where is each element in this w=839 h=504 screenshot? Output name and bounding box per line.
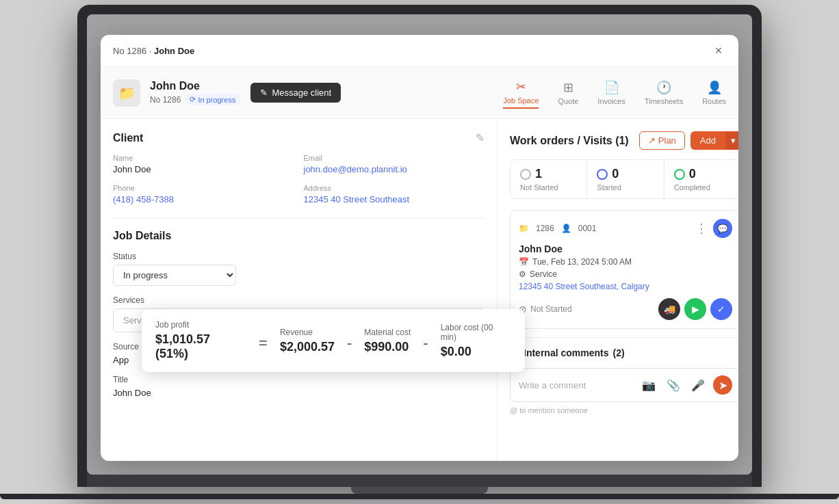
tab-routes[interactable]: 👤 Routes xyxy=(702,77,726,108)
job-profit-value: $1,010.57 (51%) xyxy=(155,332,246,361)
modal-body: Client ✎ Name John Doe Email jo xyxy=(101,119,738,461)
folder-icon-small: 📁 xyxy=(519,224,529,233)
client-email-field: Email john.doe@demo.plannit.io xyxy=(304,154,485,174)
calendar-icon: 📅 xyxy=(519,257,529,267)
labor-cost-label: Labor cost (00 min) xyxy=(441,323,511,342)
add-dropdown-button[interactable]: ▾ xyxy=(725,131,738,150)
work-order-action-btns: 🚚 ▶ ✓ xyxy=(658,298,732,320)
person-icon-small: 👤 xyxy=(561,224,571,233)
not-started-dot xyxy=(520,169,531,180)
plan-button[interactable]: ↗ Plan xyxy=(639,131,685,150)
work-order-type: ⚙ Service xyxy=(519,269,732,279)
status-select[interactable]: In progress Not Started Completed xyxy=(113,265,236,286)
play-button[interactable]: ▶ xyxy=(684,298,706,320)
add-button[interactable]: Add xyxy=(690,131,725,150)
job-profit-label: Job profit xyxy=(155,320,246,330)
modal-header: No 1286 · John Doe × xyxy=(101,35,738,67)
three-dots-menu[interactable]: ⋮ xyxy=(695,221,708,236)
scissors-icon: ✂ xyxy=(516,79,526,94)
calculator-icon: ⊞ xyxy=(563,80,573,95)
status-not-started: 1 Not Started xyxy=(511,160,587,198)
client-phone-link[interactable]: (418) 458-7388 xyxy=(113,194,174,204)
attachment-button[interactable]: 📎 xyxy=(664,375,683,395)
tab-invoices[interactable]: 📄 Invoices xyxy=(597,77,625,108)
comment-actions: 📷 📎 🎤 ➤ xyxy=(639,375,732,395)
client-number: No 1286 xyxy=(150,95,181,105)
client-address-link[interactable]: 12345 40 Street Southeast xyxy=(304,194,410,204)
mention-hint: @ to mention someone xyxy=(510,406,738,414)
send-button[interactable]: ➤ xyxy=(713,375,732,395)
started-dot xyxy=(597,169,608,180)
work-order-client-name: John Doe xyxy=(519,243,732,254)
comment-input-area: 📷 📎 🎤 ➤ xyxy=(510,368,738,402)
minus-separator-2: - xyxy=(423,334,428,352)
comment-input[interactable] xyxy=(519,380,634,390)
client-sub: No 1286 ⟳ In progress xyxy=(150,94,241,105)
add-button-group: Add ▾ xyxy=(690,131,738,150)
material-cost-value: $990.00 xyxy=(364,340,411,354)
main-modal: No 1286 · John Doe × 📁 John Doe No 1286 xyxy=(101,35,738,461)
status-spinner-icon: ⟳ xyxy=(190,95,196,104)
revenue-item: Revenue $2,000.57 xyxy=(280,328,335,354)
work-orders-title-area: Work orders / Visits (1) xyxy=(510,135,629,147)
left-panel: Client ✎ Name John Doe Email jo xyxy=(101,119,498,461)
work-order-address: 12345 40 Street Southeast, Calgary xyxy=(519,282,732,291)
check-button[interactable]: ✓ xyxy=(710,298,732,320)
title-form-group: Title John Doe xyxy=(113,375,485,398)
client-fields-grid: Name John Doe Email john.doe@demo.planni… xyxy=(113,154,485,204)
clock-icon: 🕐 xyxy=(656,80,671,95)
client-top-left: 📁 John Doe No 1286 ⟳ In progress xyxy=(113,79,341,107)
close-button[interactable]: × xyxy=(711,43,726,58)
status-form-group: Status In progress Not Started Completed xyxy=(113,252,485,286)
labor-cost-item: Labor cost (00 min) $0.00 xyxy=(441,323,511,359)
message-client-button[interactable]: ✎ Message client xyxy=(250,83,341,103)
chat-bubble-icon[interactable]: 💬 xyxy=(713,219,732,238)
client-email-link[interactable]: john.doe@demo.plannit.io xyxy=(304,164,407,174)
status-completed: 0 Completed xyxy=(664,160,738,198)
camera-button[interactable]: 📷 xyxy=(639,375,658,395)
revenue-label: Revenue xyxy=(280,328,335,337)
work-order-date: 📅 Tue, Feb 13, 2024 5:00 AM xyxy=(519,257,732,267)
revenue-value: $2,000.57 xyxy=(280,340,335,354)
job-profit-item: Job profit $1,010.57 (51%) xyxy=(155,320,246,361)
modal-title: No 1286 · John Doe xyxy=(113,46,194,56)
work-orders-actions: ↗ Plan Add ▾ xyxy=(639,131,738,150)
folder-icon: 📁 xyxy=(113,79,140,107)
tab-timesheets[interactable]: 🕐 Timesheets xyxy=(645,77,683,108)
client-top-bar: 📁 John Doe No 1286 ⟳ In progress xyxy=(101,67,738,119)
message-icon: ✎ xyxy=(260,88,268,98)
work-orders-header: Work orders / Visits (1) ↗ Plan xyxy=(510,131,738,150)
labor-cost-value: $0.00 xyxy=(441,345,511,359)
not-started-badge: ⊘ Not Started xyxy=(519,304,572,315)
material-cost-label: Material cost xyxy=(364,328,411,337)
service-icon: ⚙ xyxy=(519,269,526,279)
client-section-title: Client xyxy=(113,132,143,144)
profit-tooltip: Job profit $1,010.57 (51%) = Revenue $2,… xyxy=(142,309,525,372)
work-order-footer: ⊘ Not Started 🚚 ▶ ✓ xyxy=(519,298,732,320)
internal-comments-section: 🗒 Internal comments (2) 📷 📎 � xyxy=(510,337,738,414)
equals-separator: = xyxy=(259,334,268,352)
comments-title: 🗒 Internal comments (2) xyxy=(510,347,738,358)
client-name: John Doe xyxy=(150,80,241,92)
tab-job-space[interactable]: ✂ Job Space xyxy=(503,77,539,109)
minus-separator-1: - xyxy=(347,334,352,352)
external-link-icon: ↗ xyxy=(648,135,656,146)
routes-icon: 👤 xyxy=(707,80,722,95)
nav-tabs: ✂ Job Space ⊞ Quote 📄 Invoices xyxy=(503,77,726,109)
client-section-header: Client ✎ xyxy=(113,131,485,144)
client-address-field: Address 12345 40 Street Southeast xyxy=(304,184,485,204)
truck-button[interactable]: 🚚 xyxy=(658,298,680,320)
job-details-title: Job Details xyxy=(113,230,485,242)
client-phone-field: Phone (418) 458-7388 xyxy=(113,184,294,204)
status-started: 0 Started xyxy=(587,160,664,198)
mic-button[interactable]: 🎤 xyxy=(688,375,708,395)
invoice-icon: 📄 xyxy=(604,80,619,95)
right-panel: Work orders / Visits (1) ↗ Plan xyxy=(498,119,738,461)
work-order-card-header: 📁 1286 👤 0001 ⋮ 💬 xyxy=(519,219,732,238)
edit-client-icon[interactable]: ✎ xyxy=(476,131,485,144)
material-cost-item: Material cost $990.00 xyxy=(364,328,411,354)
client-name-field: Name John Doe xyxy=(113,154,294,174)
work-order-ids: 📁 1286 👤 0001 xyxy=(519,224,596,233)
tab-quote[interactable]: ⊞ Quote xyxy=(558,77,578,108)
status-counts: 1 Not Started 0 Started xyxy=(510,159,738,199)
